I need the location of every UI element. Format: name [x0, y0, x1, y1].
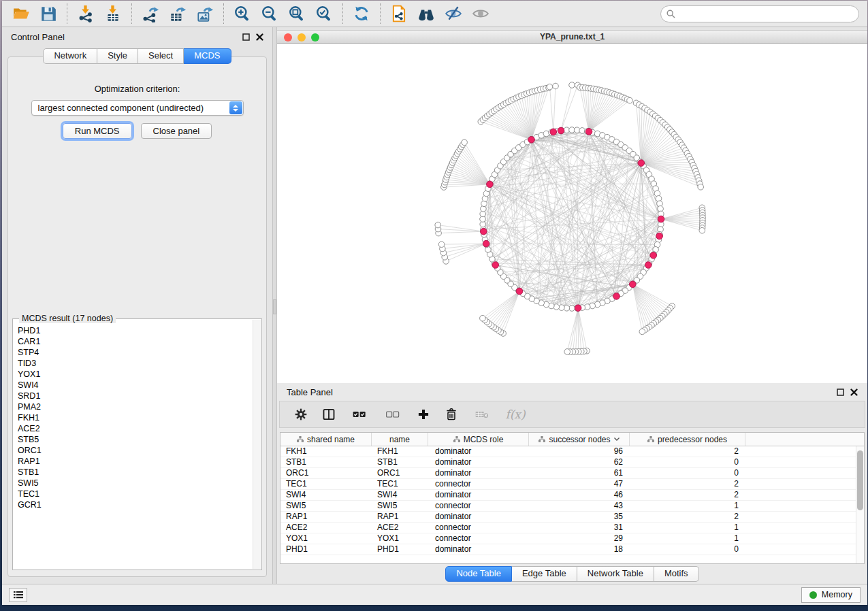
show-column-panel-button[interactable]	[320, 406, 338, 423]
network-from-file-button[interactable]	[385, 3, 413, 24]
table-cell[interactable]: SWI4	[280, 490, 372, 500]
network-canvas[interactable]	[277, 44, 867, 383]
table-cell[interactable]: TEC1	[372, 479, 428, 489]
table-cell[interactable]: 2	[630, 512, 745, 522]
table-cell[interactable]: ORC1	[372, 468, 428, 478]
column-header-name[interactable]: name	[372, 433, 428, 446]
export-table-button[interactable]	[164, 3, 191, 24]
table-cell[interactable]: 35	[529, 512, 630, 522]
table-cell[interactable]: ORC1	[280, 468, 372, 478]
window-close-button[interactable]	[284, 33, 292, 42]
mcds-result-item[interactable]: SWI4	[14, 380, 253, 391]
table-row[interactable]: SWI4SWI4dominator462	[280, 490, 864, 501]
network-node[interactable]	[553, 83, 559, 89]
table-cell[interactable]: FKH1	[372, 446, 428, 457]
float-panel-icon[interactable]	[837, 389, 844, 396]
network-node[interactable]	[699, 227, 705, 233]
mcds-result-item[interactable]: SWI5	[14, 478, 253, 489]
network-node[interactable]	[547, 84, 553, 90]
table-cell[interactable]: RAP1	[372, 512, 428, 522]
table-cell[interactable]: STB1	[280, 457, 372, 467]
mcds-result-item[interactable]: GCR1	[14, 499, 253, 510]
mcds-node[interactable]	[656, 233, 663, 240]
window-maximize-button[interactable]	[311, 33, 319, 42]
mcds-result-item[interactable]: YOX1	[14, 369, 253, 380]
tab-mcds[interactable]: MCDS	[184, 48, 231, 64]
table-cell[interactable]: connector	[428, 501, 529, 511]
mcds-node[interactable]	[658, 216, 664, 222]
mcds-node[interactable]	[481, 228, 487, 235]
table-cell[interactable]: 96	[529, 446, 630, 457]
table-cell[interactable]: TEC1	[280, 479, 372, 489]
run-mcds-button[interactable]: Run MCDS	[63, 123, 132, 139]
zoom-in-button[interactable]	[229, 3, 256, 24]
tab-select[interactable]: Select	[138, 48, 184, 64]
close-panel-button[interactable]: Close panel	[141, 123, 212, 139]
table-cell[interactable]: PHD1	[280, 544, 372, 555]
table-cell[interactable]: 0	[630, 544, 745, 555]
save-session-button[interactable]	[35, 3, 62, 24]
mcds-node[interactable]	[645, 262, 652, 269]
table-cell[interactable]: YOX1	[372, 533, 428, 544]
table-cell[interactable]: ACE2	[280, 523, 372, 533]
table-row[interactable]: RAP1RAP1dominator352	[280, 512, 864, 523]
export-image-button[interactable]	[191, 3, 219, 24]
mcds-node[interactable]	[650, 252, 657, 259]
table-cell[interactable]: dominator	[428, 457, 529, 467]
table-cell[interactable]: 46	[529, 490, 630, 500]
network-view[interactable]	[277, 44, 867, 383]
network-node[interactable]	[569, 82, 575, 88]
mcds-node[interactable]	[492, 262, 499, 269]
table-cell[interactable]: dominator	[428, 544, 529, 555]
network-node[interactable]	[639, 329, 645, 335]
table-cell[interactable]: 2	[630, 446, 745, 457]
mcds-result-item[interactable]: ACE2	[14, 423, 253, 434]
table-cell[interactable]: dominator	[428, 446, 529, 457]
column-header-MCDS-role[interactable]: MCDS role	[428, 433, 529, 446]
mcds-node[interactable]	[487, 181, 494, 188]
column-header-successor-nodes[interactable]: successor nodes	[529, 433, 630, 446]
close-panel-icon[interactable]	[850, 389, 858, 396]
tab-network[interactable]: Network	[43, 48, 97, 64]
column-header-predecessor-nodes[interactable]: predecessor nodes	[630, 433, 745, 446]
import-network-button[interactable]	[72, 3, 99, 24]
mcds-node[interactable]	[613, 293, 620, 300]
mcds-node[interactable]	[558, 127, 564, 134]
tab-motifs[interactable]: Motifs	[654, 566, 699, 582]
table-cell[interactable]: RAP1	[280, 512, 372, 522]
table-scrollbar-thumb[interactable]	[857, 450, 863, 510]
tab-style[interactable]: Style	[97, 48, 138, 64]
tab-network-table[interactable]: Network Table	[577, 566, 654, 582]
panel-splitter[interactable]	[272, 27, 277, 584]
mcds-node[interactable]	[483, 240, 489, 247]
equation-builder-button[interactable]: f(x)	[504, 406, 527, 423]
tab-edge-table[interactable]: Edge Table	[512, 566, 577, 582]
table-row[interactable]: PHD1PHD1dominator180	[280, 544, 864, 555]
table-cell[interactable]: 29	[529, 533, 630, 544]
table-cell[interactable]: connector	[428, 479, 529, 489]
mcds-result-item[interactable]: TEC1	[14, 489, 253, 499]
mcds-result-item[interactable]: FKH1	[14, 412, 253, 423]
table-cell[interactable]: connector	[428, 523, 529, 533]
search-input[interactable]	[660, 5, 859, 22]
table-cell[interactable]: 43	[529, 501, 630, 511]
table-cell[interactable]: dominator	[428, 490, 529, 500]
table-cell[interactable]: 47	[529, 479, 630, 489]
deselect-all-button[interactable]	[381, 406, 404, 423]
table-row[interactable]: STB1STB1dominator620	[280, 457, 864, 468]
mcds-result-item[interactable]: TID3	[14, 358, 253, 369]
find-button[interactable]	[413, 3, 440, 24]
table-row[interactable]: ACE2ACE2connector311	[280, 523, 864, 533]
mcds-node[interactable]	[550, 129, 557, 135]
table-row[interactable]: YOX1YOX1connector291	[280, 533, 864, 544]
window-minimize-button[interactable]	[298, 33, 306, 42]
mcds-result-item[interactable]: PHD1	[14, 325, 253, 336]
criterion-select[interactable]: largest connected component (undirected)	[31, 100, 244, 116]
mcds-list-scrollbar[interactable]	[253, 320, 261, 569]
memory-button[interactable]: Memory	[801, 587, 861, 603]
column-header-shared-name[interactable]: shared name	[280, 433, 372, 446]
network-node[interactable]	[627, 97, 633, 103]
zoom-selected-button[interactable]	[310, 3, 338, 24]
table-cell[interactable]: dominator	[428, 468, 529, 478]
table-row[interactable]: TEC1TEC1connector472	[280, 479, 864, 490]
